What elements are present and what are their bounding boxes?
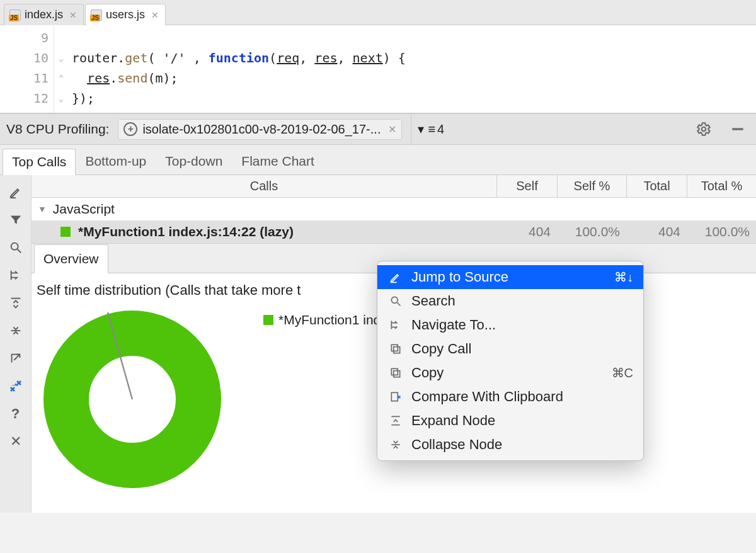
compare-icon bbox=[387, 391, 404, 403]
export-icon[interactable] bbox=[8, 350, 24, 367]
chevron-down-icon: ▼ bbox=[38, 204, 47, 214]
svg-rect-17 bbox=[391, 392, 398, 401]
svg-rect-16 bbox=[391, 368, 398, 375]
tab-flame-chart[interactable]: Flame Chart bbox=[232, 148, 324, 174]
column-self[interactable]: Self bbox=[496, 175, 557, 197]
svg-point-0 bbox=[702, 127, 706, 132]
fold-column: ⌄⌃⌄ bbox=[54, 25, 68, 113]
code-editor[interactable]: 9 10 11 12 ⌄⌃⌄ router.get( '/' , functio… bbox=[0, 25, 756, 113]
menu-navigate-to[interactable]: Navigate To... bbox=[377, 313, 643, 337]
chart-legend-item[interactable]: *MyFunction1 ind bbox=[263, 312, 381, 328]
search-icon bbox=[387, 295, 404, 307]
js-file-icon: JS bbox=[9, 9, 21, 21]
call-tree: ▼ JavaScript *MyFunction1 index.js:14:22… bbox=[32, 198, 756, 243]
close-icon[interactable]: ✕ bbox=[388, 123, 396, 135]
navigate-icon[interactable] bbox=[8, 267, 24, 283]
profiling-view-tabs: Top Calls Bottom-up Top-down Flame Chart bbox=[0, 145, 756, 175]
editor-tab-label: users.js bbox=[106, 8, 145, 21]
context-menu: Jump to Source ⌘↓ Search Navigate To... … bbox=[377, 261, 644, 461]
menu-collapse-node[interactable]: Collapse Node bbox=[377, 433, 643, 457]
tree-row-myfunction1[interactable]: *MyFunction1 index.js:14:22 (lazy) 404 1… bbox=[32, 220, 756, 243]
menu-compare-clipboard[interactable]: Compare With Clipboard bbox=[377, 385, 643, 409]
svg-rect-15 bbox=[394, 371, 400, 377]
help-icon[interactable]: ? bbox=[8, 406, 24, 422]
profiling-side-toolbar: ? ✕ bbox=[0, 175, 32, 513]
line-gutter: 9 10 11 12 bbox=[0, 25, 54, 113]
cell-self-pct: 100.0% bbox=[557, 224, 626, 239]
column-calls[interactable]: Calls bbox=[32, 179, 496, 193]
color-swatch bbox=[263, 315, 273, 325]
cell-self: 404 bbox=[496, 224, 557, 239]
tree-group-javascript[interactable]: ▼ JavaScript bbox=[32, 198, 756, 220]
js-file-icon: JS bbox=[91, 9, 102, 21]
tab-overview[interactable]: Overview bbox=[34, 244, 108, 273]
collapse-all-icon[interactable] bbox=[8, 322, 24, 339]
filter-dropdown[interactable]: ▾ ≡ 4 bbox=[411, 114, 450, 144]
compare-icon[interactable] bbox=[8, 378, 24, 394]
cell-total-pct: 100.0% bbox=[687, 224, 756, 239]
plus-circle-icon: + bbox=[123, 122, 137, 136]
chevron-down-icon: ▾ bbox=[418, 122, 424, 137]
svg-point-11 bbox=[391, 297, 398, 303]
pencil-icon[interactable] bbox=[8, 184, 24, 200]
profiling-title: V8 CPU Profiling: bbox=[6, 122, 109, 137]
expand-all-icon[interactable] bbox=[8, 295, 24, 311]
donut-chart bbox=[38, 305, 227, 494]
close-icon[interactable]: ✕ bbox=[69, 10, 77, 20]
code-content[interactable]: router.get( '/' , function(req, res, nex… bbox=[68, 25, 406, 113]
row-label: *MyFunction1 index.js:14:22 (lazy) bbox=[78, 224, 294, 239]
menu-copy[interactable]: Copy ⌘C bbox=[377, 361, 643, 385]
filter-icon[interactable] bbox=[8, 212, 24, 228]
cell-total: 404 bbox=[626, 224, 687, 239]
tab-top-calls[interactable]: Top Calls bbox=[3, 149, 76, 175]
column-self-pct[interactable]: Self % bbox=[557, 175, 626, 197]
copy-icon bbox=[387, 367, 404, 379]
editor-tab-users[interactable]: JS users.js ✕ bbox=[85, 4, 166, 25]
tab-top-down[interactable]: Top-down bbox=[156, 148, 232, 174]
collapse-icon bbox=[387, 438, 404, 451]
group-label: JavaScript bbox=[53, 202, 115, 217]
legend-label: *MyFunction1 ind bbox=[278, 312, 381, 328]
pencil-icon bbox=[387, 271, 404, 283]
menu-copy-call[interactable]: Copy Call bbox=[377, 337, 643, 361]
color-swatch bbox=[60, 227, 71, 237]
gear-icon[interactable] bbox=[696, 121, 712, 137]
svg-point-3 bbox=[11, 243, 18, 250]
close-icon[interactable]: ✕ bbox=[151, 10, 159, 20]
filter-lines-icon: ≡ bbox=[428, 122, 433, 137]
svg-line-4 bbox=[17, 249, 21, 253]
svg-rect-14 bbox=[391, 345, 398, 351]
search-icon[interactable] bbox=[8, 239, 24, 256]
profiling-toolbar: V8 CPU Profiling: + isolate-0x102801c00-… bbox=[0, 113, 756, 145]
column-total-pct[interactable]: Total % bbox=[687, 175, 756, 197]
editor-tab-bar: JS index.js ✕ JS users.js ✕ bbox=[0, 0, 756, 25]
profiling-run-label: isolate-0x102801c00-v8-2019-02-06_17-... bbox=[142, 122, 381, 137]
table-column-headers: Calls Self Self % Total Total % bbox=[32, 175, 756, 198]
menu-jump-to-source[interactable]: Jump to Source ⌘↓ bbox=[377, 265, 643, 289]
tab-bottom-up[interactable]: Bottom-up bbox=[76, 148, 156, 174]
menu-expand-node[interactable]: Expand Node bbox=[377, 409, 643, 433]
editor-tab-label: index.js bbox=[25, 8, 63, 21]
navigate-icon bbox=[387, 319, 404, 331]
close-icon[interactable]: ✕ bbox=[8, 433, 24, 450]
copy-icon bbox=[387, 343, 404, 355]
svg-rect-13 bbox=[394, 347, 400, 353]
menu-search[interactable]: Search bbox=[377, 289, 643, 313]
minimize-icon[interactable] bbox=[730, 121, 746, 137]
svg-line-12 bbox=[398, 303, 401, 306]
expand-icon bbox=[387, 414, 404, 427]
column-total[interactable]: Total bbox=[626, 175, 687, 197]
profiling-run-tab[interactable]: + isolate-0x102801c00-v8-2019-02-06_17-.… bbox=[118, 119, 402, 140]
editor-tab-index[interactable]: JS index.js ✕ bbox=[4, 4, 84, 25]
